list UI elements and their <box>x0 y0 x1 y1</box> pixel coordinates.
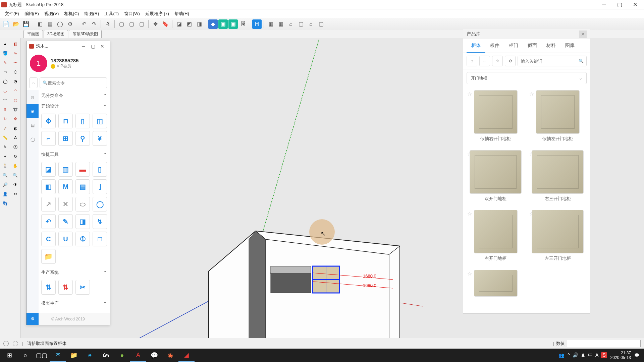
prodlib-back-button[interactable]: ← <box>479 56 490 66</box>
tool-rotate-icon[interactable]: ↻ <box>1 115 9 123</box>
menu-window[interactable]: 窗口(W) <box>121 9 143 18</box>
tray-people-icon[interactable]: 👥 <box>558 353 564 358</box>
tool-text-icon[interactable]: ✎ <box>1 143 9 152</box>
tool-3dtext-icon[interactable]: Ⓐ <box>11 143 20 152</box>
product-item[interactable]: ☆ <box>467 270 525 301</box>
prodlib-tab-material[interactable]: 材料 <box>542 39 560 53</box>
store-icon[interactable]: 🛍 <box>98 349 114 362</box>
design-btn-7[interactable]: ⚲ <box>75 131 90 146</box>
command-search[interactable]: 🔍 <box>40 77 107 88</box>
tool-zoom-icon[interactable]: 🔍 <box>1 171 9 180</box>
section-start-design[interactable]: 开始设计⌃ <box>41 101 107 112</box>
sidetab-recent[interactable]: ◷ <box>26 90 39 104</box>
tool-3d-3[interactable]: ◨ <box>195 19 204 29</box>
design-btn-5[interactable]: ⌐ <box>41 131 56 146</box>
design-btn-8[interactable]: ¥ <box>93 131 107 146</box>
tool-undo[interactable]: ↶ <box>79 19 89 29</box>
maximize-button[interactable]: ▢ <box>612 0 627 9</box>
tool-zoomext-icon[interactable]: 🔎 <box>1 180 9 189</box>
tool-circle-icon[interactable]: ◯ <box>1 77 9 86</box>
menu-extensions[interactable]: 延展程序 (x) <box>143 9 172 18</box>
sidetab-tools[interactable]: ◯ <box>26 132 39 146</box>
tool-move2-icon[interactable]: ✥ <box>11 115 20 123</box>
prodlib-search[interactable]: 🔍 <box>518 56 587 66</box>
archiwood-maximize[interactable]: ▢ <box>88 44 98 49</box>
mail-icon[interactable]: ✉ <box>50 349 66 362</box>
tool-rect-icon[interactable]: ▭ <box>1 68 9 76</box>
sc-btn-13[interactable]: ↶ <box>41 214 56 229</box>
prodlib-category-select[interactable]: 开门地柜 ⌄ <box>467 72 587 84</box>
sc-btn-17[interactable]: C <box>41 232 56 246</box>
prodlib-settings-button[interactable]: ⚙ <box>505 56 516 66</box>
archiwood-home-button[interactable]: ⌂ <box>29 77 38 88</box>
section-shortcuts[interactable]: 快捷工具⌃ <box>41 149 107 160</box>
prodlib-tab-door[interactable]: 柜门 <box>504 39 523 53</box>
sc-btn-14[interactable]: ✎ <box>58 214 73 229</box>
sc-btn-15[interactable]: ◨ <box>75 214 90 229</box>
sc-btn-4[interactable]: ▯ <box>93 162 107 177</box>
design-btn-4[interactable]: ◫ <box>93 114 107 128</box>
tab-ceiling-3d[interactable]: 吊顶3D场景图 <box>69 30 101 38</box>
product-item[interactable]: ☆假抽右开门地柜 <box>467 90 525 146</box>
tool-teal-1[interactable]: ▣ <box>218 19 228 29</box>
sidetab-library[interactable]: ▤ <box>26 118 39 132</box>
notification-icon[interactable]: 💬 <box>634 353 639 358</box>
sc-btn-7[interactable]: ▤ <box>75 179 90 194</box>
archiwood-settings-button[interactable]: ⚙ <box>26 313 39 325</box>
tool-3d-2[interactable]: ◩ <box>184 19 194 29</box>
tool-box1[interactable]: ▢ <box>117 19 126 29</box>
tool-new[interactable]: 📄 <box>1 19 11 29</box>
section-report[interactable]: 报表生产⌃ <box>41 298 107 309</box>
tool-3d-1[interactable]: ◪ <box>174 19 184 29</box>
tool-circle[interactable]: ◯ <box>55 19 65 29</box>
minimize-button[interactable]: ─ <box>596 0 612 9</box>
sc-btn-11[interactable]: ⬭ <box>75 197 90 212</box>
taskview-icon[interactable]: ▢▢ <box>34 349 50 362</box>
product-item[interactable]: ☆左三开门地柜 <box>529 210 587 266</box>
menu-camera[interactable]: 相机(C) <box>61 9 82 18</box>
product-item[interactable]: ☆假抽左开门地柜 <box>529 90 587 146</box>
taskbar-clock[interactable]: 21:37 2020-05-13 <box>610 351 631 360</box>
sidetab-design[interactable]: ◉ <box>26 104 39 118</box>
tool-box-a[interactable]: ▦ <box>266 19 275 29</box>
sc-btn-8[interactable]: ⌋ <box>93 179 107 194</box>
product-item[interactable]: ☆右开门地柜 <box>467 210 525 266</box>
design-btn-2[interactable]: ⊓ <box>58 114 73 128</box>
start-button[interactable]: ⊞ <box>1 349 17 362</box>
sc-btn-16[interactable]: ↯ <box>93 214 107 229</box>
prodlib-tab-section[interactable]: 截面 <box>523 39 542 53</box>
prodlib-tab-panel[interactable]: 板件 <box>485 39 504 53</box>
tool-settings[interactable]: ⚙ <box>65 19 75 29</box>
sc-btn-2[interactable]: ▥ <box>58 162 73 177</box>
design-btn-1[interactable]: ⚙ <box>41 114 56 128</box>
explorer-icon[interactable]: 📁 <box>66 349 82 362</box>
tool-line2-icon[interactable]: ∿ <box>11 49 20 58</box>
tool-h-icon[interactable]: H <box>252 19 262 29</box>
tool-box-d[interactable]: ▢ <box>316 19 326 29</box>
tray-app-icon[interactable]: ♟ <box>581 352 585 358</box>
product-item[interactable]: ☆右三开门地柜 <box>529 150 587 206</box>
sc-btn-12[interactable]: ◯ <box>93 197 107 212</box>
tool-tape-icon[interactable]: 📏 <box>1 133 9 142</box>
prod-btn-1[interactable]: ⇅ <box>41 280 56 295</box>
tool-section-icon[interactable]: ✂ <box>11 190 20 198</box>
command-search-input[interactable] <box>48 80 104 85</box>
tool-db[interactable]: 🗄 <box>238 19 248 29</box>
menu-file[interactable]: 文件(F) <box>2 9 22 18</box>
prodlib-tab-cabinet[interactable]: 柜体 <box>467 39 485 53</box>
status-icon-1[interactable] <box>3 341 9 346</box>
tool-orbit-icon[interactable]: ↻ <box>11 152 20 161</box>
tool-box3[interactable]: ▢ <box>137 19 146 29</box>
tool-paint-icon[interactable]: 🪣 <box>1 49 9 58</box>
autocad-icon[interactable]: A <box>130 349 146 362</box>
tool-poly-icon[interactable]: ⬡ <box>11 68 20 76</box>
menu-edit[interactable]: 编辑(E) <box>22 9 42 18</box>
tool-eraser-icon[interactable]: ◧ <box>11 40 20 48</box>
prod-btn-3[interactable]: ✂ <box>75 280 90 295</box>
menu-draw[interactable]: 绘图(R) <box>82 9 102 18</box>
close-button[interactable]: ✕ <box>627 0 643 9</box>
tool-pencil-icon[interactable]: ✎ <box>1 58 9 67</box>
star-icon[interactable]: ☆ <box>467 270 472 277</box>
value-input[interactable] <box>567 340 641 347</box>
tool-prev-icon[interactable]: 👁 <box>11 180 20 189</box>
